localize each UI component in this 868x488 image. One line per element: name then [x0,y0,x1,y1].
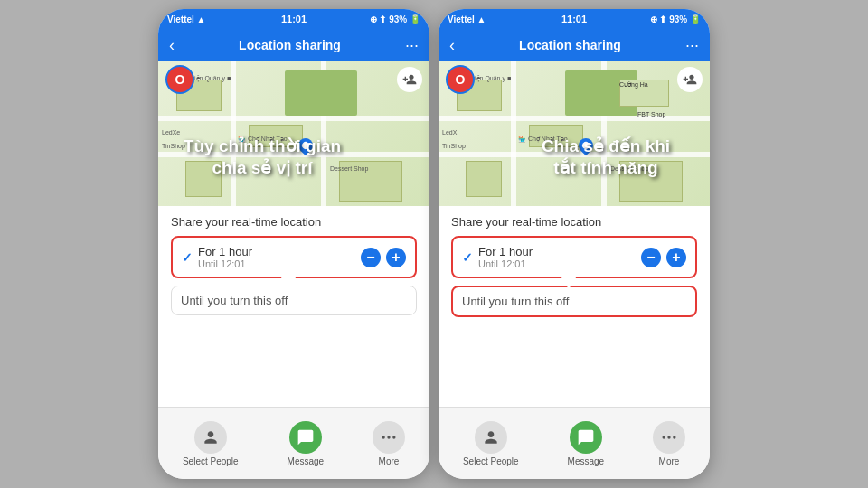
option-until-left[interactable]: Until you turn this off [171,286,417,315]
svg-point-5 [673,436,675,438]
select-people-label-left: Select People [183,456,239,466]
status-bar-right: Viettel ▲ 11:01 ⊕ ⬆ 93% 🔋 [439,9,710,29]
more-label-right: More [659,456,680,466]
message-label-left: Message [288,456,325,466]
back-button-left[interactable]: ‹ [169,36,175,55]
increase-hour-right[interactable]: + [666,248,686,267]
nav-title-left: Location sharing [239,38,341,52]
map-label3r: Dessert Shop [610,165,648,172]
back-button-right[interactable]: ‹ [449,36,455,55]
option-1-controls-right: − + [641,248,686,267]
battery-right: ⊕ ⬆ 93% 🔋 [650,14,701,24]
road-h1-r [439,116,710,121]
option-until-text-left: Until you turn this off [181,294,288,307]
phone-left-wrapper: Viettel ▲ 11:01 ⊕ ⬆ 93% 🔋 ‹ Location sha… [158,9,429,479]
share-title-right: Share your real-time location [451,215,697,229]
more-nav-left[interactable]: ··· [405,36,419,55]
map-left: Học viện Quân y ■ 🏪 Chợ Nhật Tạo Dessert… [158,61,429,206]
more-label-left: More [379,456,400,466]
option-1-main-left: For 1 hour [198,245,252,258]
bottom-select-people-right[interactable]: Select People [463,421,519,466]
bottom-message-left[interactable]: Message [288,421,325,466]
more-icon-left [373,421,405,454]
road-h2-r [439,152,710,157]
battery-left: ⊕ ⬆ 93% 🔋 [370,14,420,24]
share-title-left: Share your real-time location [171,215,417,229]
map-label5: TinShop [162,143,185,149]
map-bg-right: Học viện Quân y ■ 🏪 Chợ Nhật Tạo Dessert… [439,61,710,206]
option-1-hour-left[interactable]: ✓ For 1 hour Until 12:01 − + [171,236,417,278]
bottom-message-right[interactable]: Message [568,421,605,466]
building3r [466,161,502,197]
bottom-more-right[interactable]: More [653,421,685,466]
road-h1 [158,116,429,121]
carrier-left: Viettel ▲ [167,14,206,24]
share-section-right: Share your real-time location ✓ For 1 ho… [439,206,710,407]
avatar-left: O [165,65,194,94]
option-1-hour-right[interactable]: ✓ For 1 hour Until 12:01 − + [451,236,697,278]
svg-point-3 [663,436,665,438]
svg-point-1 [387,436,390,438]
bottom-bar-right: Select People Message More [439,407,710,479]
option-1-sub-right: Until 12:01 [478,258,533,269]
time-left: 11:01 [281,14,307,24]
option-1-sub-left: Until 12:01 [198,258,252,269]
avatar-right: O [446,65,475,94]
status-bar-left: Viettel ▲ 11:01 ⊕ ⬆ 93% 🔋 [158,9,429,29]
map-label2r: 🏪 Chợ Nhật Tạo [518,136,568,143]
message-icon-left [289,421,322,454]
option-1-right-content: ✓ For 1 hour Until 12:01 [462,245,533,269]
option-1-main-right: For 1 hour [478,245,533,258]
message-label-right: Message [568,456,605,466]
avatar-row-left: O [165,65,422,94]
bottom-bar-left: Select People Message More [158,407,429,479]
option-1-left-content: ✓ For 1 hour Until 12:01 [182,245,252,269]
map-label4: LedXe [162,129,180,136]
map-label5r: TinShop [442,143,466,149]
bottom-select-people-left[interactable]: Select People [183,421,239,466]
more-nav-right[interactable]: ··· [685,36,699,55]
checkmark-right: ✓ [462,250,473,265]
person-icon-left [194,421,227,454]
time-right: 11:01 [561,14,587,24]
person-icon-right [475,421,507,454]
svg-point-2 [392,436,395,438]
top-nav-right: ‹ Location sharing ··· [439,29,710,61]
decrease-hour-right[interactable]: − [641,248,661,267]
option-until-right[interactable]: Until you turn this off [451,286,697,317]
option-1-text-left: For 1 hour Until 12:01 [198,245,252,269]
main-container: Viettel ▲ 11:01 ⊕ ⬆ 93% 🔋 ‹ Location sha… [158,9,710,479]
add-person-right[interactable] [677,67,703,92]
share-section-left: Share your real-time location ✓ For 1 ho… [158,206,429,407]
message-icon-right [570,421,602,454]
phone-right-wrapper: Viettel ▲ 11:01 ⊕ ⬆ 93% 🔋 ‹ Location sha… [439,9,710,479]
map-bg-left: Học viện Quân y ■ 🏪 Chợ Nhật Tạo Dessert… [158,61,429,206]
map-label7r: FBT Shop [637,111,665,117]
road-h2 [158,152,429,157]
svg-point-0 [382,436,385,438]
avatar-row-right: O [446,65,703,94]
add-person-left[interactable] [397,67,422,92]
map-right: Học viện Quân y ■ 🏪 Chợ Nhật Tạo Dessert… [439,61,710,206]
phone-right: Viettel ▲ 11:01 ⊕ ⬆ 93% 🔋 ‹ Location sha… [439,9,710,479]
map-label3: Dessert Shop [330,165,368,172]
option-1-controls-left: − + [361,248,406,267]
top-nav-left: ‹ Location sharing ··· [158,29,429,61]
increase-hour-left[interactable]: + [386,248,406,267]
more-icon-right [653,421,685,454]
option-until-text-right: Until you turn this off [462,295,569,308]
carrier-right: Viettel ▲ [448,14,486,24]
decrease-hour-left[interactable]: − [361,248,381,267]
svg-point-4 [667,436,670,438]
bottom-more-left[interactable]: More [373,421,405,466]
checkmark-left: ✓ [182,250,193,265]
map-label2: 🏪 Chợ Nhật Tạo [238,136,288,143]
option-1-text-right: For 1 hour Until 12:01 [478,245,533,269]
select-people-label-right: Select People [463,456,519,466]
phone-left: Viettel ▲ 11:01 ⊕ ⬆ 93% 🔋 ‹ Location sha… [158,9,429,479]
map-label4r: LedX [442,129,457,136]
nav-title-right: Location sharing [519,38,621,52]
building3 [185,161,222,197]
